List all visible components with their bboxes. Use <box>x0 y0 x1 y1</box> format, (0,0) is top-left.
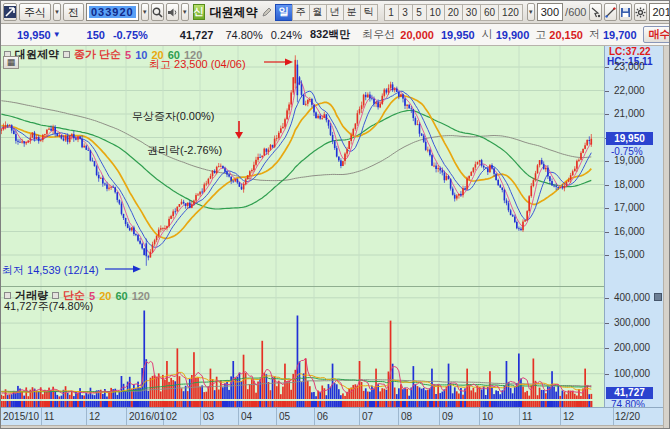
volume-value: 41,727 <box>180 29 214 41</box>
axis-tick <box>605 255 609 256</box>
annotation-low: 최저 14,539 (12/14) <box>2 263 99 278</box>
minute-button-3[interactable]: 3 <box>398 4 413 21</box>
minute-button-60[interactable]: 60 <box>480 4 499 21</box>
fit-chart-button[interactable]: ▦ <box>3 56 19 69</box>
current-price-badge: 19,950 <box>606 132 653 145</box>
legend-ma-10: 10 <box>135 49 147 61</box>
time-axis-separator <box>560 408 561 426</box>
stock-name: 대원제약 <box>210 4 258 21</box>
time-axis-separator <box>479 408 480 426</box>
current-volume-badge: 41,727 <box>606 387 653 399</box>
date-input[interactable]: 2016/12/20 <box>649 3 670 21</box>
code-value: 033920 <box>89 6 136 18</box>
line-tool-icon[interactable] <box>604 3 617 21</box>
axis-tick <box>605 323 609 324</box>
time-label-06: 06 <box>317 411 328 422</box>
time-axis-separator <box>519 408 520 426</box>
time-axis-separator <box>41 408 42 426</box>
minute-button-1[interactable]: 1 <box>384 4 399 21</box>
code-input[interactable]: 033920 <box>86 3 139 21</box>
save-icon[interactable] <box>619 3 632 21</box>
period-button-월[interactable]: 월 <box>309 4 327 21</box>
time-label-12: 12 <box>563 411 574 422</box>
axis-tick <box>605 232 609 233</box>
time-label-08: 08 <box>401 411 412 422</box>
market-chevron-down-icon[interactable]: ▼ <box>53 3 61 21</box>
code-chevron-down-icon[interactable]: ▼ <box>141 3 149 21</box>
minute-button-10[interactable]: 10 <box>426 4 445 21</box>
price-label-16000: 16,000 <box>614 226 645 237</box>
vol-label-300000: 300,000 <box>614 317 650 328</box>
cursor-tool-icon[interactable] <box>589 3 602 21</box>
time-axis-separator <box>86 408 87 426</box>
vol-label-200000: 200,000 <box>614 342 650 353</box>
period-button-분[interactable]: 분 <box>343 4 361 21</box>
period-buttons: 일주월년분틱 <box>276 4 378 21</box>
turnover-pct: 0.24% <box>271 29 302 41</box>
annotation-high: 최고 23,500 (04/06) <box>149 57 246 72</box>
time-label-05: 05 <box>279 411 290 422</box>
time-label-11: 11 <box>522 411 532 422</box>
market-type-label: 주식 <box>24 5 46 20</box>
bar-count-input[interactable]: 300 <box>537 3 563 21</box>
speaker-chevron-down-icon[interactable]: ▼ <box>181 3 189 21</box>
bar-count-value: 300 <box>541 6 559 18</box>
time-label-2016/01: 2016/01 <box>129 411 165 422</box>
time-label-02: 02 <box>166 411 177 422</box>
buy-button[interactable]: 매수 <box>643 26 670 43</box>
axis-tick <box>605 91 609 92</box>
minute-button-120[interactable]: 120 <box>498 4 523 21</box>
prev-button[interactable]: 전 <box>63 3 84 21</box>
high-price: 20,150 <box>549 29 583 41</box>
price-label-23000: 23,000 <box>614 61 645 72</box>
axis-tick <box>605 348 609 349</box>
vol-label-100000: 100,000 <box>614 368 650 379</box>
speaker-icon[interactable] <box>166 3 179 21</box>
minute-button-30[interactable]: 30 <box>462 4 481 21</box>
time-label-04: 04 <box>241 411 252 422</box>
time-axis-separator <box>200 408 201 426</box>
open-label: 시 <box>482 27 493 42</box>
minute-chevron-down-icon[interactable]: ▼ <box>527 3 535 21</box>
time-axis-separator <box>359 408 360 426</box>
current-price: 19,950 <box>17 29 51 41</box>
edit-pencil-icon[interactable] <box>262 6 272 19</box>
axis-tick <box>605 374 609 375</box>
period-button-년[interactable]: 년 <box>326 4 344 21</box>
time-label-09: 09 <box>442 411 453 422</box>
minute-buttons: 13510203060120 <box>385 4 523 21</box>
search-icon[interactable] <box>151 3 164 21</box>
open-price: 19,900 <box>496 29 530 41</box>
settings-gear-icon[interactable] <box>634 3 647 21</box>
price-label-22000: 22,000 <box>614 85 645 96</box>
price-label-17000: 17,000 <box>614 202 645 213</box>
volume-pane-icon[interactable] <box>654 293 662 301</box>
minute-button-20[interactable]: 20 <box>444 4 463 21</box>
period-button-틱[interactable]: 틱 <box>360 4 378 21</box>
period-button-일[interactable]: 일 <box>275 4 293 21</box>
legend-series-name: 대원제약 <box>15 47 59 62</box>
axis-tick <box>605 67 609 68</box>
time-axis-separator <box>398 408 399 426</box>
price-change: 150 <box>87 29 105 41</box>
price-axis[interactable]: LC:37.22 HC:-15.11 23,00022,00021,00020,… <box>604 46 663 407</box>
period-button-주[interactable]: 주 <box>292 4 310 21</box>
time-label-12/20: 12/20 <box>615 411 640 422</box>
legend-checkbox[interactable] <box>4 292 11 299</box>
legend-checkbox[interactable] <box>63 51 70 58</box>
down-triangle-icon: ▼ <box>53 30 61 39</box>
chart-region: LC:37.22 HC:-15.11 23,00022,00021,00020,… <box>1 46 670 429</box>
time-axis-separator <box>126 408 127 426</box>
minute-button-5[interactable]: 5 <box>412 4 427 21</box>
time-axis-separator <box>439 408 440 426</box>
bar-count-max: /600 <box>565 6 586 18</box>
legend-checkbox[interactable] <box>52 292 59 299</box>
volume-ratio: 74.80% <box>225 29 262 41</box>
main-chart-canvas[interactable] <box>1 46 604 286</box>
market-type-select[interactable]: 주식 <box>19 3 51 21</box>
axis-tick <box>605 185 609 186</box>
time-label-2015/10: 2015/10 <box>3 411 39 422</box>
time-axis[interactable]: 2015/1011122016/010203040506070809101112… <box>1 407 663 425</box>
time-axis-separator <box>613 408 614 426</box>
window-icon[interactable] <box>3 3 17 21</box>
